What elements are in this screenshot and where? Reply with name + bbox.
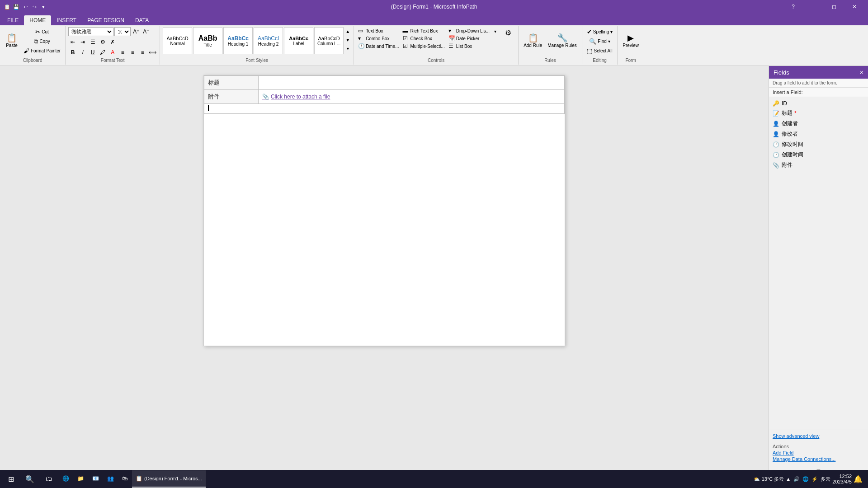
- title-field[interactable]: [259, 76, 565, 90]
- gallery-expand-arrow[interactable]: ▾: [344, 44, 351, 52]
- taskbar-store[interactable]: 🛍: [118, 470, 131, 488]
- manage-rules-btn[interactable]: 🔧 Manage Rules: [545, 27, 579, 54]
- customize-quick-btn[interactable]: ▾: [40, 3, 47, 10]
- attach-file-btn[interactable]: 📎 Click here to attach a file: [262, 94, 330, 100]
- style-column[interactable]: AaBbCcD Column L...: [314, 27, 344, 54]
- align-left-btn[interactable]: ≡: [118, 48, 127, 57]
- dropdown-control[interactable]: ▾ Drop-Down Lis...: [447, 27, 491, 34]
- field-item-create-time[interactable]: 🕐 创建时间: [769, 150, 868, 160]
- help-btn[interactable]: ?: [783, 0, 803, 14]
- format-painter-button[interactable]: 🖌 Format Painter: [22, 46, 62, 55]
- taskbar-infopath[interactable]: 📋 (Design) Form1 - Micros...: [132, 470, 206, 488]
- style-heading1[interactable]: AaBbCc Heading 1: [223, 27, 253, 54]
- clock-date: 2023/4/5: [832, 479, 852, 484]
- direction-btn[interactable]: ⟺: [148, 48, 157, 57]
- field-item-modifier[interactable]: 👤 修改者: [769, 129, 868, 139]
- paste-button[interactable]: 📋 Paste: [3, 27, 21, 54]
- align-center-btn[interactable]: ≡: [128, 48, 137, 57]
- field-item-creator[interactable]: 👤 创建者: [769, 118, 868, 129]
- check-box-control[interactable]: ☑ Check Box: [401, 35, 446, 42]
- restore-btn[interactable]: ◻: [824, 0, 844, 14]
- select-all-btn[interactable]: ⬚ Select All: [585, 46, 615, 55]
- panel-close-btn[interactable]: ×: [860, 69, 863, 76]
- field-item-title[interactable]: 📝 标题 *: [769, 108, 868, 118]
- font-family-select[interactable]: 微软雅黑: [68, 27, 113, 36]
- grow-font-btn[interactable]: A⁺: [132, 27, 141, 36]
- bold-btn[interactable]: B: [68, 48, 77, 57]
- window-title: (Design) Form1 - Microsoft InfoPath: [391, 4, 477, 10]
- tray-arrow[interactable]: ▲: [786, 476, 791, 482]
- style-normal[interactable]: AaBbCcD Normal: [163, 27, 192, 54]
- close-btn[interactable]: ✕: [844, 0, 864, 14]
- copy-button[interactable]: ⧉ Copy: [22, 37, 62, 46]
- task-view-btn[interactable]: 🗂: [40, 470, 58, 488]
- title-input[interactable]: [262, 80, 561, 86]
- numbering-btn[interactable]: ⚙: [98, 38, 107, 47]
- gallery-up-arrow[interactable]: ▲: [344, 27, 351, 35]
- panel-title: Fields: [774, 69, 789, 76]
- system-clock[interactable]: 12:52 2023/4/5: [832, 474, 852, 484]
- cut-button[interactable]: ✂ Cut: [22, 27, 62, 36]
- taskbar-mail[interactable]: 📧: [89, 470, 103, 488]
- volume-icon[interactable]: 🔊: [793, 476, 800, 482]
- multi-select-control[interactable]: ☑ Multiple-Selecti...: [401, 42, 446, 50]
- style-heading2[interactable]: AaBbCcI Heading 2: [254, 27, 283, 54]
- network-icon[interactable]: 🌐: [802, 476, 809, 482]
- list-box-control[interactable]: ☰ List Box: [447, 42, 491, 50]
- shrink-font-btn[interactable]: A⁻: [142, 27, 151, 36]
- taskbar-edge[interactable]: 🌐: [59, 470, 73, 488]
- decrease-indent-btn[interactable]: ⇤: [68, 38, 77, 47]
- preview-btn[interactable]: ▶ Preview: [620, 27, 641, 54]
- underline-btn[interactable]: U: [88, 48, 97, 57]
- increase-indent-btn[interactable]: ⇥: [78, 38, 87, 47]
- spelling-btn[interactable]: ✔ Spelling ▾: [585, 27, 615, 36]
- battery-icon[interactable]: ⚡: [811, 476, 818, 482]
- style-title[interactable]: AaBb Title: [193, 27, 222, 54]
- add-field-link[interactable]: Add Field: [773, 450, 864, 455]
- manage-connections-link[interactable]: Manage Data Connections...: [773, 456, 864, 462]
- start-btn[interactable]: ⊞: [2, 470, 20, 488]
- tab-data[interactable]: DATA: [130, 15, 154, 25]
- tab-home[interactable]: HOME: [24, 15, 51, 25]
- redo-quick-btn[interactable]: ↪: [31, 3, 38, 10]
- field-item-id[interactable]: 🔑 ID: [769, 99, 868, 108]
- combo-box-control[interactable]: ▾ Combo Box: [357, 35, 400, 42]
- form-canvas[interactable]: 标题 附件 📎 Click here to attach a file: [0, 66, 769, 476]
- text-box-control[interactable]: ▭ Text Box: [357, 27, 400, 34]
- controls-settings-btn[interactable]: ⚙: [501, 27, 515, 38]
- field-modify-time-icon: 🕐: [773, 141, 780, 148]
- find-btn[interactable]: 🔍 Find ▾: [585, 37, 615, 46]
- minimize-btn[interactable]: ─: [803, 0, 824, 14]
- align-right-btn[interactable]: ≡: [138, 48, 147, 57]
- attachment-field[interactable]: 📎 Click here to attach a file: [259, 90, 565, 104]
- notification-btn[interactable]: 🔔: [854, 475, 863, 483]
- search-btn[interactable]: 🔍: [21, 470, 39, 488]
- undo-quick-btn[interactable]: ↩: [22, 3, 29, 10]
- field-modifier-name: 修改者: [782, 130, 798, 138]
- date-picker-control[interactable]: 📅 Date Picker: [447, 35, 491, 42]
- tab-file[interactable]: FILE: [2, 15, 24, 25]
- taskbar-people[interactable]: 👥: [104, 470, 118, 488]
- highlight-btn[interactable]: 🖍: [98, 48, 107, 57]
- italic-btn[interactable]: I: [78, 48, 87, 57]
- font-color-btn[interactable]: A: [108, 48, 117, 57]
- field-item-modify-time[interactable]: 🕐 修改时间: [769, 139, 868, 150]
- font-size-select[interactable]: 10: [114, 27, 131, 36]
- show-advanced-link[interactable]: Show advanced view: [773, 433, 819, 439]
- save-quick-btn[interactable]: 💾: [13, 3, 20, 10]
- field-title-icon: 📝: [773, 110, 780, 117]
- rich-text-box-control[interactable]: ▬ Rich Text Box: [401, 27, 446, 34]
- add-rule-btn[interactable]: 📋 Add Rule: [521, 27, 544, 54]
- tab-insert[interactable]: INSERT: [51, 15, 82, 25]
- form-table: 标题 附件 📎 Click here to attach a file: [204, 75, 565, 114]
- taskbar-explorer[interactable]: 📁: [74, 470, 88, 488]
- style-label[interactable]: AaBbCc Label: [284, 27, 313, 54]
- field-item-attachment[interactable]: 📎 附件: [769, 160, 868, 170]
- clear-format-btn[interactable]: ✗: [108, 38, 117, 47]
- date-time-control[interactable]: 🕐 Date and Time...: [357, 42, 400, 50]
- controls-col3: ▾ Drop-Down Lis... 📅 Date Picker ☰ List …: [447, 27, 491, 50]
- controls-expand-btn[interactable]: ▾: [492, 28, 498, 34]
- gallery-down-arrow[interactable]: ▼: [344, 36, 351, 44]
- tab-page-design[interactable]: PAGE DESIGN: [82, 15, 130, 25]
- bullets-btn[interactable]: ☰: [88, 38, 97, 47]
